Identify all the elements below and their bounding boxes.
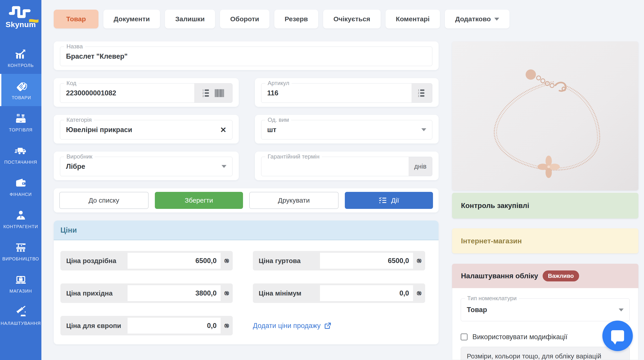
unit-select-value[interactable]: шт (267, 120, 276, 139)
code-card: Код 2230000001082 1 2 3 (54, 78, 239, 107)
actions-bar: До списку Зберегти Друкувати Дії (54, 188, 438, 212)
sku-field-value[interactable]: 116 (267, 84, 278, 103)
use-modifications-checkbox[interactable] (461, 333, 468, 340)
tab-label: Очікується (334, 15, 370, 23)
tab-expected[interactable]: Очікується (323, 10, 381, 29)
tab-reserve[interactable]: Резерв (274, 10, 318, 29)
product-photo[interactable] (452, 42, 638, 191)
category-field[interactable]: Категорія Ювелірні прикраси ✕ (60, 120, 232, 140)
sidebar-item-shop[interactable]: МАГАЗИН (0, 267, 42, 299)
important-badge: Важливо (543, 270, 579, 281)
manufacturer-select-value[interactable]: Лібре (66, 157, 85, 176)
price-minimum-group: Ціна мінімум 0,0 ₴ (253, 283, 425, 303)
name-card: Назва Браслет "Клевер" (54, 42, 438, 70)
chevron-down-icon (222, 165, 226, 168)
tab-more[interactable]: Додатково (445, 10, 510, 29)
sidebar-item-settings[interactable]: НАЛАШТУВАННЯ (0, 299, 42, 332)
chat-bubble-icon (611, 330, 624, 341)
shop-laptop-icon (14, 273, 27, 286)
clear-icon[interactable]: ✕ (220, 126, 227, 134)
tab-documents[interactable]: Документи (104, 10, 160, 29)
save-button[interactable]: Зберегти (155, 192, 243, 209)
svg-text:3: 3 (202, 95, 204, 97)
ukraine-flag-icon (29, 16, 39, 23)
logo[interactable]: Skynum (0, 0, 42, 34)
purchase-control-title: Контроль закупівлі (461, 201, 529, 210)
tab-label: Резерв (285, 15, 308, 23)
sidebar-item-label: ВИРОБНИЦТВО (2, 256, 39, 261)
right-panel: Контроль закупівлі Інтернет-магазин Нала… (452, 42, 638, 360)
sidebar-item-label: ФІНАНСИ (10, 192, 32, 197)
code-field[interactable]: Код 2230000001082 1 2 3 (60, 83, 232, 103)
svg-text:2: 2 (202, 92, 204, 95)
tab-label: Залишки (175, 15, 204, 23)
hryvnia-icon: ₴ (413, 257, 425, 265)
svg-text:1: 1 (418, 89, 419, 92)
accounting-settings-header[interactable]: Налаштування обліку Важливо (452, 264, 638, 288)
use-modifications-label[interactable]: Використовувати модифікації (472, 333, 568, 341)
price-retail-input[interactable]: 6500,0 (128, 253, 221, 269)
print-button[interactable]: Друкувати (249, 192, 338, 209)
unit-select[interactable]: Од. вим шт (261, 120, 432, 140)
sidebar-item-supply[interactable]: ПОСТАЧАННЯ (0, 138, 42, 171)
sidebar: Skynum КОНТРОЛЬ ТОВАРИ (0, 0, 42, 360)
back-to-list-button[interactable]: До списку (59, 192, 148, 209)
truck-icon (14, 144, 27, 157)
sidebar-item-production[interactable]: ВИРОБНИЦТВО (0, 235, 42, 267)
link-label: Додати ціни продажу (253, 322, 321, 330)
tab-comments[interactable]: Коментарі (386, 10, 440, 29)
sidebar-item-control[interactable]: КОНТРОЛЬ (0, 42, 42, 74)
price-purchase-input[interactable]: 3800,0 (128, 285, 221, 301)
purchase-control-panel[interactable]: Контроль закупівлі (452, 193, 638, 218)
sidebar-item-finance[interactable]: ФІНАНСИ (0, 171, 42, 203)
chevron-down-icon (494, 18, 499, 21)
price-wholesale-label: Ціна гуртова (253, 257, 320, 265)
category-card: Категорія Ювелірні прикраси ✕ (54, 115, 239, 144)
price-europe-input[interactable]: 0,0 (128, 318, 221, 333)
person-icon (14, 209, 27, 221)
sku-field[interactable]: Артикул 116 1 2 3 (261, 83, 432, 103)
warranty-field-suffix: днів (408, 157, 432, 176)
tab-label: Обороти (230, 15, 259, 23)
hryvnia-icon: ₴ (221, 289, 233, 297)
sidebar-item-label: ТОВАРИ (12, 95, 31, 100)
add-sale-prices-link[interactable]: Додати ціни продажу (253, 322, 425, 330)
name-field[interactable]: Назва Браслет "Клевер" (60, 47, 432, 66)
product-tabs: Товар Документи Залишки Обороти Резерв О… (54, 10, 644, 29)
category-field-value[interactable]: Ювелірні прикраси (66, 120, 132, 139)
prices-section: Ціни Ціна роздрібна 6500,0 ₴ Ціна гуртов… (54, 220, 438, 344)
price-retail-label: Ціна роздрібна (60, 257, 128, 265)
nomenclature-type-value[interactable]: Товар (467, 299, 487, 321)
numbered-list-icon[interactable]: 1 2 3 (202, 89, 210, 98)
numbered-list-icon[interactable]: 1 2 3 (418, 89, 426, 98)
price-purchase-label: Ціна прихідна (60, 289, 128, 297)
tab-product[interactable]: Товар (54, 10, 98, 29)
barcode-icon[interactable] (214, 88, 224, 98)
online-store-title: Інтернет-магазин (461, 237, 522, 245)
code-field-value[interactable]: 2230000001082 (66, 84, 116, 103)
price-minimum-input[interactable]: 0,0 (320, 285, 413, 301)
nomenclature-type-select[interactable]: Тип номенклатури Товар (461, 298, 630, 321)
tab-turnover[interactable]: Обороти (220, 10, 270, 29)
button-label: Зберегти (185, 197, 213, 204)
analytics-icon (14, 48, 27, 60)
sidebar-item-goods[interactable]: ТОВАРИ (0, 74, 42, 106)
sidebar-item-trade[interactable]: ТОРГІВЛЯ (0, 106, 42, 138)
hryvnia-icon: ₴ (413, 289, 425, 297)
sidebar-item-contractors[interactable]: КОНТРАГЕНТИ (0, 203, 42, 235)
code-field-suffix: 1 2 3 (194, 84, 232, 103)
price-wholesale-input[interactable]: 6500,0 (320, 253, 413, 269)
warranty-field[interactable]: Гарантійний термін днів (261, 157, 432, 176)
sidebar-item-label: НАЛАШТУВАННЯ (1, 321, 41, 326)
name-field-value[interactable]: Браслет "Клевер" (66, 47, 128, 66)
manufacturer-select[interactable]: Виробник Лібре (60, 157, 232, 176)
tab-label: Документи (114, 15, 150, 23)
chat-button[interactable] (602, 320, 633, 351)
actions-menu-button[interactable]: Дії (345, 192, 433, 209)
price-europe-group: Ціна для європи 0,0 ₴ (60, 316, 233, 335)
online-store-panel[interactable]: Інтернет-магазин (452, 228, 638, 253)
tab-stock[interactable]: Залишки (165, 10, 215, 29)
button-label: Друкувати (278, 197, 310, 204)
price-europe-label: Ціна для європи (60, 322, 128, 329)
sku-card: Артикул 116 1 2 3 (255, 78, 438, 107)
